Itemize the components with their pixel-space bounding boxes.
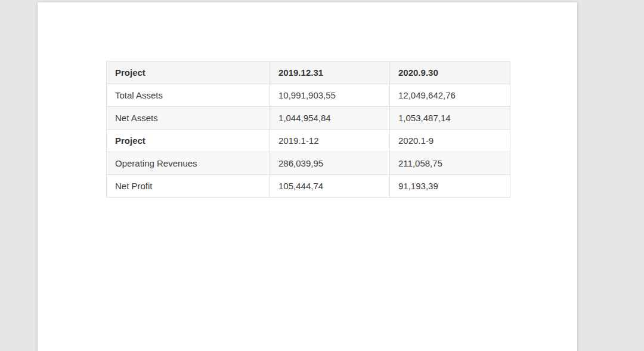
table-section-header-cell: Project xyxy=(107,130,270,152)
table-row: Net Assets 1,044,954,84 1,053,487,14 xyxy=(107,107,510,130)
table-header-cell: 2019.12.31 xyxy=(270,61,390,84)
table-row: Total Assets 10,991,903,55 12,049,642,76 xyxy=(107,84,510,107)
table-header-row: Project 2019.12.31 2020.9.30 xyxy=(107,61,510,84)
table-cell: 1,044,954,84 xyxy=(270,107,390,130)
table-cell: 2019.1-12 xyxy=(270,130,390,152)
table-row: Net Profit 105,444,74 91,193,39 xyxy=(107,175,510,198)
table-header-cell: 2020.9.30 xyxy=(390,61,510,84)
financial-table-container: Project 2019.12.31 2020.9.30 Total Asset… xyxy=(106,61,510,198)
table-cell: 105,444,74 xyxy=(270,175,390,198)
table-row: Operating Revenues 286,039,95 211,058,75 xyxy=(107,152,510,175)
table-cell: 10,991,903,55 xyxy=(270,84,390,107)
canvas-background: Project 2019.12.31 2020.9.30 Total Asset… xyxy=(0,0,644,351)
table-cell: 286,039,95 xyxy=(270,152,390,175)
table-header-cell: Project xyxy=(107,61,270,84)
table-cell: 1,053,487,14 xyxy=(390,107,510,130)
table-cell: 2020.1-9 xyxy=(390,130,510,152)
table-cell: Total Assets xyxy=(107,84,270,107)
table-cell: 12,049,642,76 xyxy=(390,84,510,107)
table-cell: Net Profit xyxy=(107,175,270,198)
table-row: Project 2019.1-12 2020.1-9 xyxy=(107,130,510,152)
table-cell: Operating Revenues xyxy=(107,152,270,175)
table-cell: Net Assets xyxy=(107,107,270,130)
table-cell: 91,193,39 xyxy=(390,175,510,198)
table-cell: 211,058,75 xyxy=(390,152,510,175)
document-page: Project 2019.12.31 2020.9.30 Total Asset… xyxy=(38,2,577,351)
financial-table: Project 2019.12.31 2020.9.30 Total Asset… xyxy=(106,61,510,198)
